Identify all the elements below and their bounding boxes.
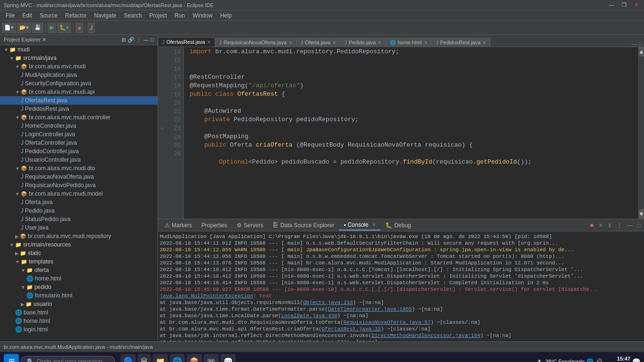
scroll-lock-button[interactable]: ⊻ [606,222,613,229]
tree-item-Pedido[interactable]: J Pedido.java [0,206,157,215]
tree-item-HomeController[interactable]: J HomeController.java [0,122,157,130]
tab-close-OfertasRest[interactable]: ✕ [207,40,211,45]
taskbar-app-3[interactable]: 🌐 [170,354,185,362]
exception-link[interactable]: java.lang.NullPointerException [160,293,253,299]
menu-refactor[interactable]: Refactor [61,11,90,20]
tree-item-RequisicaoNovaOferta[interactable]: J RequisicaoNovaOferta.java [0,173,157,181]
tab-close-console[interactable]: ✕ [372,222,376,227]
tree-item-Oferta[interactable]: J Oferta.java [0,198,157,206]
tree-item-PedidosRest[interactable]: J PedidosRest.java [0,105,157,113]
tab-RequisicaoNovaOferta[interactable]: J RequisicaoNovaOferta.java ✕ [215,38,297,47]
trace-link-7[interactable]: Method.java:577 [300,339,347,341]
tab-properties[interactable]: Properties [197,221,232,230]
trace-link-2[interactable]: DateTimeFormatter.java:1955 [328,306,412,312]
tab-console[interactable]: ▪ Console ✕ [339,220,380,230]
editor-minimize-button[interactable]: — [632,41,637,47]
tree-item-pkg-mudi[interactable]: ▼ 📦 br.com.alura.mvc.mudi [0,62,157,71]
tab-PedidosRest[interactable]: J PedidosRest.java ✕ [432,38,491,47]
clear-console-button[interactable]: ✕ [597,222,604,229]
pe-maximize-button[interactable]: □ [150,37,154,43]
tree-item-OfertasRest[interactable]: J OfertasRest.java [0,96,157,105]
tree-item-pkg-api[interactable]: ▼ 📦 br.com.alura.mvc.mudi.api [0,88,157,96]
save-button[interactable]: 💾 [32,23,43,33]
project-explorer-content[interactable]: ▼ 📁 mudi ▼ 📁 src/main/java ▼ 📦 br.com.a [0,45,157,341]
console-output[interactable]: MudiApplication [Java Application] C:\Pr… [158,231,644,341]
taskbar-app-2[interactable]: 📁 [153,354,168,362]
tab-debug[interactable]: 🐛 Debug [380,221,415,230]
window-controls[interactable]: — ❐ ✕ [607,2,640,8]
tree-item-templates[interactable]: ▼ 📁 templates [0,257,157,266]
tree-item-src-main-resources[interactable]: ▼ 📁 src/main/resources [0,240,157,249]
trace-link-5[interactable]: OfertasRest.java:33 [322,326,380,332]
console-action-buttons[interactable]: ■ ✕ ⊻ ⋮ — □ [589,222,643,229]
taskbar-app-1[interactable]: 🏛 [138,354,151,362]
tree-item-pkg-model[interactable]: ▼ 📦 br.com.alura.mvc.mudi.model [0,189,157,198]
tab-home[interactable]: 🌐 home.html ✕ [386,38,431,47]
tab-close-Oferta[interactable]: ✕ [332,40,336,45]
perspective-java[interactable]: J [88,23,95,33]
menu-window[interactable]: Window [189,11,216,20]
tree-item-formulario-html[interactable]: 🌐 formulario.html [0,291,157,300]
tree-item-SecurityConfiguration[interactable]: J SecurityConfiguration.java [0,79,157,88]
pe-minimize-button[interactable]: — [143,37,149,43]
trace-link-4[interactable]: RequisicaoNovaOferta.java:57 [343,320,430,325]
time-date-display[interactable]: 15:47 18/08/2022 [604,356,630,362]
menu-run[interactable]: Run [171,11,189,20]
taskbar-app-5[interactable]: 🎮 [204,354,219,362]
tab-close-RequisicaoNovaOferta[interactable]: ✕ [289,40,292,45]
taskbar-app-6[interactable]: 💬 [221,354,236,362]
close-button[interactable]: ✕ [632,2,640,8]
taskbar-app-eclipse[interactable]: 🔵 [121,354,136,362]
code-content[interactable]: import br.com.alura.mvc.mudi.repository.… [184,47,638,219]
menu-help[interactable]: Help [216,11,236,20]
project-explorer-actions[interactable]: ⊟ 🔗 ⋮ — □ [122,37,154,43]
tab-Pedido[interactable]: J Pedido.java ✕ [340,38,386,47]
editor-maximize-button[interactable]: □ [639,41,642,47]
network-icon[interactable]: 🌐 [586,358,594,362]
tree-item-src-main-java[interactable]: ▼ 📁 src/main/java [0,54,157,62]
tree-item-base-html[interactable]: 🌐 base.html [0,308,157,317]
weather-display[interactable]: ☀ 28°C Ensolarado [537,358,585,362]
scroll-up[interactable]: ▲ [639,47,644,57]
trace-link-6[interactable]: DirectMethodHandleAccessor.java:104 [372,333,480,338]
tree-item-usuario-folder[interactable]: ▶ 📁 usuario [0,300,157,308]
tab-servers[interactable]: ⚙ Servers [232,221,268,230]
run-button[interactable]: ▶ [48,23,56,33]
panel-minimize-button[interactable]: — [626,222,634,229]
volume-icon[interactable]: 🔊 [595,358,603,362]
tab-markers[interactable]: ⚠ Markers [160,221,197,230]
menu-navigate[interactable]: Navigate [90,11,120,20]
code-editor[interactable]: 14 15 16 17 [158,47,644,219]
tab-close-Pedido[interactable]: ✕ [378,40,381,45]
link-with-editor-button[interactable]: 🔗 [128,37,134,43]
collapse-all-button[interactable]: ⊟ [122,37,126,43]
new-button[interactable]: 📄▾ [2,23,16,33]
taskbar-search[interactable]: 🔍 Digite aqui para pesquisar [21,356,115,362]
menu-project[interactable]: Project [146,11,171,20]
trace-link-3[interactable]: LocalDate.java:430 [281,313,337,319]
tree-item-login-html[interactable]: 🌐 login.html [0,325,157,334]
tree-item-StatusPedido[interactable]: J StatusPedido.java [0,215,157,223]
tree-item-UsuarioController[interactable]: J UsuarioController.java [0,156,157,164]
tree-item-OfertaController[interactable]: J OfertaController.java [0,139,157,147]
menu-search[interactable]: Search [120,11,146,20]
tree-item-mudi[interactable]: ▼ 📁 mudi [0,45,157,54]
debug-button[interactable]: 🐛▾ [57,23,71,33]
menu-source[interactable]: Source [36,11,61,20]
tree-item-LoginController[interactable]: J LoginController.java [0,130,157,139]
tree-item-static[interactable]: ▶ 📁 static [0,249,157,257]
editor-scrollbar[interactable]: ▲ ▼ [638,47,644,219]
panel-maximize-button[interactable]: □ [636,222,642,229]
notifications-icon[interactable]: 💬 [632,358,640,362]
tree-item-PedidoController[interactable]: J PedidoController.java [0,147,157,156]
tree-item-User[interactable]: J User.java [0,223,157,232]
tree-item-pkg-repository[interactable]: ▶ 📦 br.com.alura.mvc.mudi.repository [0,232,157,240]
start-button[interactable]: ⊞ [4,354,19,362]
menu-edit[interactable]: Edit [18,11,36,20]
tree-item-pkg-dto[interactable]: ▼ 📦 br.com.alura.mvc.mudi.dto [0,164,157,173]
stop-button[interactable]: ■ [75,23,83,33]
taskbar-app-4[interactable]: 📦 [187,354,202,362]
pe-menu-button[interactable]: ⋮ [136,37,141,43]
console-options-button[interactable]: ⋮ [615,222,624,229]
tree-item-home-html-oferta[interactable]: 🌐 home.html [0,274,157,283]
